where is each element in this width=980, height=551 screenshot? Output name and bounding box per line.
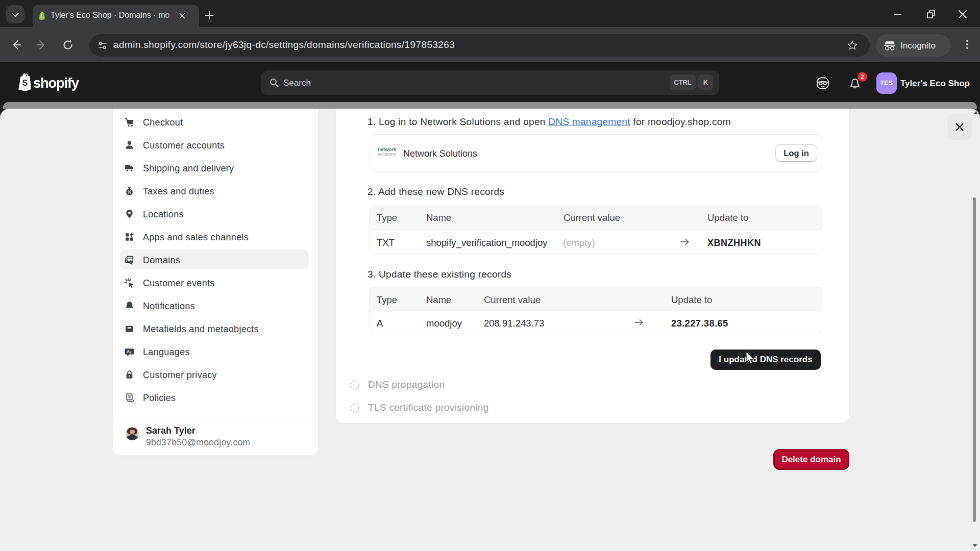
svg-text:S: S bbox=[22, 79, 28, 87]
svg-text:A: A bbox=[127, 349, 130, 354]
svg-text:x: x bbox=[130, 350, 132, 354]
svg-text:shopify: shopify bbox=[33, 76, 79, 91]
